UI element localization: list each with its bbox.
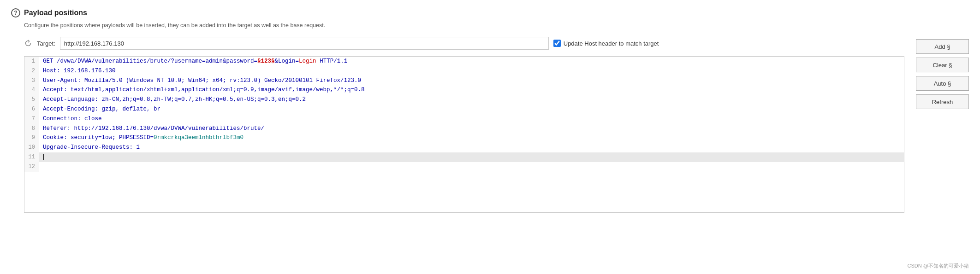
line-number: 1 — [24, 57, 39, 66]
watermark: CSDN @不知名的可爱小猪 — [908, 262, 969, 269]
editor-line: 12 — [24, 162, 904, 172]
checkbox-row: Update Host header to match target — [553, 40, 659, 47]
page-title: Payload positions — [24, 9, 87, 17]
editor-line: 5 Accept-Language: zh-CN,zh;q=0.8,zh-TW;… — [24, 95, 904, 105]
line-number: 12 — [24, 162, 39, 172]
line-content: Connection: close — [39, 114, 904, 124]
line-number: 11 — [24, 152, 39, 162]
line-content: User-Agent: Mozilla/5.0 (Windows NT 10.0… — [39, 76, 904, 86]
target-row: Target: Update Host header to match targ… — [24, 37, 969, 50]
editor-line: 7 Connection: close — [24, 114, 904, 124]
line-content: Cookie: security=low; PHPSESSID=0rmkcrkq… — [39, 133, 904, 143]
editor-line: 9 Cookie: security=low; PHPSESSID=0rmkcr… — [24, 133, 904, 143]
clear-button[interactable]: Clear § — [916, 58, 969, 72]
line-number: 6 — [24, 105, 39, 114]
editor-line: 2 Host: 192.168.176.130 — [24, 66, 904, 76]
update-host-checkbox[interactable] — [553, 40, 561, 47]
add-button[interactable]: Add § — [916, 39, 969, 54]
buttons-column: Add § Clear § Auto § Refresh — [916, 39, 969, 109]
refresh-small-icon[interactable] — [24, 39, 32, 47]
update-host-label: Update Host header to match target — [564, 40, 659, 47]
page-container: ? Payload positions Configure the positi… — [0, 0, 980, 274]
line-number: 5 — [24, 95, 39, 105]
line-content: Referer: http://192.168.176.130/dvwa/DVW… — [39, 124, 904, 134]
title-row: ? Payload positions — [11, 8, 969, 17]
target-label: Target: — [37, 40, 55, 47]
editor-line: 1 GET /dvwa/DVWA/vulnerabilities/brute/?… — [24, 57, 904, 66]
editor-line: 8 Referer: http://192.168.176.130/dvwa/D… — [24, 124, 904, 134]
line-number: 7 — [24, 114, 39, 124]
line-number: 8 — [24, 124, 39, 134]
line-number: 10 — [24, 143, 39, 152]
editor-line: 4 Accept: text/html,application/xhtml+xm… — [24, 85, 904, 95]
target-input[interactable] — [60, 37, 549, 50]
request-editor[interactable]: 1 GET /dvwa/DVWA/vulnerabilities/brute/?… — [24, 56, 904, 213]
auto-button[interactable]: Auto § — [916, 76, 969, 91]
line-content: Host: 192.168.176.130 — [39, 66, 904, 76]
line-number: 4 — [24, 85, 39, 95]
line-content: GET /dvwa/DVWA/vulnerabilities/brute/?us… — [39, 57, 904, 66]
editor-line: 6 Accept-Encoding: gzip, deflate, br — [24, 105, 904, 114]
editor-line-cursor: 11 — [24, 152, 904, 162]
line-content: Accept-Encoding: gzip, deflate, br — [39, 105, 904, 114]
editor-line: 3 User-Agent: Mozilla/5.0 (Windows NT 10… — [24, 76, 904, 86]
line-number: 9 — [24, 133, 39, 143]
line-content — [39, 152, 904, 162]
editor-line: 10 Upgrade-Insecure-Requests: 1 — [24, 143, 904, 152]
refresh-button[interactable]: Refresh — [916, 94, 969, 109]
line-content: Accept: text/html,application/xhtml+xml,… — [39, 85, 904, 95]
line-content: Accept-Language: zh-CN,zh;q=0.8,zh-TW;q=… — [39, 95, 904, 105]
help-icon[interactable]: ? — [11, 8, 20, 17]
subtitle: Configure the positions where payloads w… — [24, 22, 969, 29]
line-number: 2 — [24, 66, 39, 76]
line-number: 3 — [24, 76, 39, 86]
line-content — [39, 162, 904, 172]
line-content: Upgrade-Insecure-Requests: 1 — [39, 143, 904, 152]
